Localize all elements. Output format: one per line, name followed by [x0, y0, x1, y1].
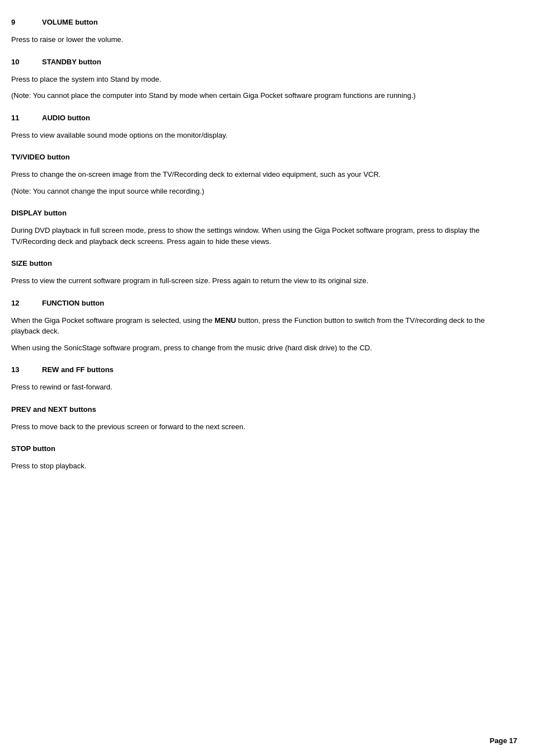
section-title: AUDIO button — [42, 114, 90, 122]
body-tvvideo: Press to change the on-screen image from… — [11, 169, 493, 196]
section-title: FUNCTION button — [42, 299, 104, 307]
section-stop: STOP buttonPress to stop playback. — [11, 438, 493, 472]
paragraph-prevnext-0: Press to move back to the previous scree… — [11, 421, 493, 433]
heading-tvvideo: TV/VIDEO button — [11, 146, 493, 161]
body-size: Press to view the current software progr… — [11, 275, 493, 287]
section-title: PREV and NEXT buttons — [11, 405, 96, 414]
paragraph-tvvideo-0: Press to change the on-screen image from… — [11, 169, 493, 180]
body-function: When the Giga Pocket software program is… — [11, 315, 493, 354]
section-number: 9 — [11, 18, 42, 26]
paragraph-function-1: When using the SonicStage software progr… — [11, 342, 493, 354]
paragraph-stop-0: Press to stop playback. — [11, 461, 493, 472]
paragraph-tvvideo-1: (Note: You cannot change the input sourc… — [11, 186, 493, 197]
section-title: STANDBY button — [42, 58, 101, 66]
body-standby: Press to place the system into Stand by … — [11, 74, 493, 101]
body-audio: Press to view available sound mode optio… — [11, 130, 493, 141]
section-size: SIZE buttonPress to view the current sof… — [11, 252, 493, 287]
section-standby: 10STANDBY buttonPress to place the syste… — [11, 51, 493, 101]
section-rewff: 13REW and FF buttonsPress to rewind or f… — [11, 359, 493, 393]
section-volume: 9VOLUME buttonPress to raise or lower th… — [11, 11, 493, 45]
body-stop: Press to stop playback. — [11, 461, 493, 472]
heading-standby: 10STANDBY button — [11, 51, 493, 66]
heading-prevnext: PREV and NEXT buttons — [11, 398, 493, 414]
body-display: During DVD playback in full screen mode,… — [11, 225, 493, 247]
section-title: STOP button — [11, 444, 55, 453]
paragraph-function-0: When the Giga Pocket software program is… — [11, 315, 493, 337]
paragraph-display-0: During DVD playback in full screen mode,… — [11, 225, 493, 247]
section-tvvideo: TV/VIDEO buttonPress to change the on-sc… — [11, 146, 493, 196]
section-title: DISPLAY button — [11, 209, 67, 217]
section-prevnext: PREV and NEXT buttonsPress to move back … — [11, 398, 493, 433]
heading-volume: 9VOLUME button — [11, 11, 493, 26]
section-number: 12 — [11, 299, 42, 307]
heading-rewff: 13REW and FF buttons — [11, 359, 493, 374]
body-volume: Press to raise or lower the volume. — [11, 34, 493, 45]
section-number: 10 — [11, 58, 42, 66]
paragraph-audio-0: Press to view available sound mode optio… — [11, 130, 493, 141]
section-number: 13 — [11, 365, 42, 374]
paragraph-volume-0: Press to raise or lower the volume. — [11, 34, 493, 45]
paragraph-standby-1: (Note: You cannot place the computer int… — [11, 90, 493, 101]
heading-stop: STOP button — [11, 438, 493, 453]
heading-display: DISPLAY button — [11, 202, 493, 217]
heading-audio: 11AUDIO button — [11, 107, 493, 122]
paragraph-standby-0: Press to place the system into Stand by … — [11, 74, 493, 85]
paragraph-rewff-0: Press to rewind or fast-forward. — [11, 382, 493, 393]
section-title: SIZE button — [11, 259, 52, 267]
body-rewff: Press to rewind or fast-forward. — [11, 382, 493, 393]
section-function: 12FUNCTION buttonWhen the Giga Pocket so… — [11, 292, 493, 354]
section-title: REW and FF buttons — [42, 365, 114, 374]
section-title: TV/VIDEO button — [11, 153, 70, 161]
section-display: DISPLAY buttonDuring DVD playback in ful… — [11, 202, 493, 247]
section-audio: 11AUDIO buttonPress to view available so… — [11, 107, 493, 141]
section-title: VOLUME button — [42, 18, 98, 26]
page-number: Page 17 — [490, 736, 517, 745]
section-number: 11 — [11, 114, 42, 122]
paragraph-size-0: Press to view the current software progr… — [11, 275, 493, 287]
page-container: 9VOLUME buttonPress to raise or lower th… — [0, 0, 515, 511]
heading-size: SIZE button — [11, 252, 493, 267]
body-prevnext: Press to move back to the previous scree… — [11, 421, 493, 433]
heading-function: 12FUNCTION button — [11, 292, 493, 307]
